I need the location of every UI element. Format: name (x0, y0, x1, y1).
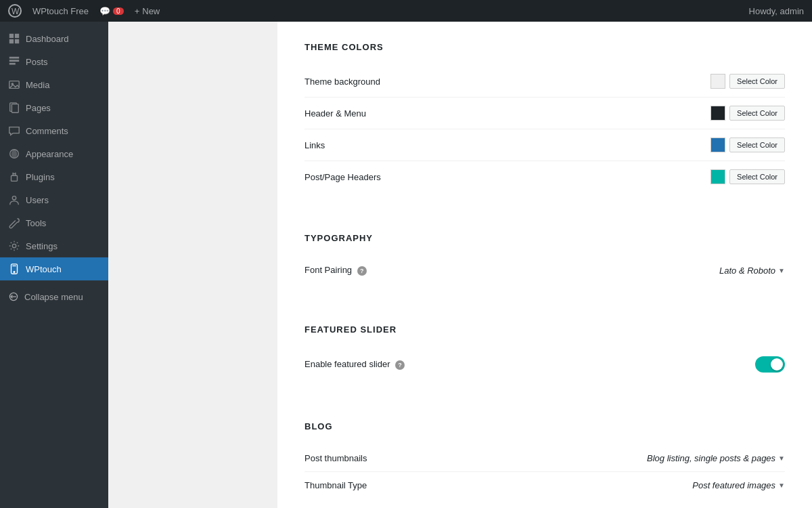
sidebar-item-comments-label: Comments (26, 126, 68, 136)
enable-slider-label: Enable featured slider ? (304, 359, 405, 370)
posts-icon (8, 56, 20, 68)
collapse-menu-label: Collapse menu (24, 292, 83, 302)
sidebar-item-plugins-label: Plugins (26, 172, 55, 182)
font-pairing-dropdown-icon: ▼ (778, 267, 785, 274)
font-pairing-control[interactable]: Lato & Roboto ▼ (719, 266, 785, 276)
sidebar-item-wptouch-label: WPtouch (26, 264, 62, 274)
thumbnail-type-label: Thumbnail Type (304, 480, 367, 490)
featured-slider-section: FEATURED SLIDER Enable featured slider ? (304, 324, 785, 394)
typography-section: TYPOGRAPHY Font Pairing ? Lato & Roboto … (304, 233, 785, 297)
theme-bg-label: Theme background (304, 77, 380, 87)
featured-slider-title: FEATURED SLIDER (304, 324, 785, 335)
sidebar-item-appearance[interactable]: Appearance (0, 142, 108, 165)
theme-bg-select-btn[interactable]: Select Color (729, 74, 785, 89)
post-thumbnails-value: Blog listing, single posts & pages (647, 453, 775, 463)
post-headers-swatch (710, 169, 725, 184)
svg-rect-5 (15, 39, 19, 43)
sidebar-item-tools[interactable]: Tools (0, 211, 108, 234)
thumbnail-type-value: Post featured images (692, 480, 775, 490)
thumbnail-type-control[interactable]: Post featured images ▼ (692, 480, 785, 490)
sidebar-item-dashboard-label: Dashboard (26, 34, 69, 44)
post-headers-control: Select Color (710, 169, 785, 184)
post-headers-row: Post/Page Headers Select Color (304, 161, 785, 192)
svg-rect-3 (15, 34, 19, 38)
tools-icon (8, 217, 20, 229)
wp-logo-icon: W (8, 4, 22, 18)
theme-colors-section: THEME COLORS Theme background Select Col… (304, 42, 785, 206)
svg-rect-12 (12, 104, 18, 113)
svg-rect-7 (9, 60, 19, 62)
collapse-menu[interactable]: Collapse menu (0, 286, 108, 308)
header-menu-control: Select Color (710, 106, 785, 121)
sidebar-item-plugins[interactable]: Plugins (0, 165, 108, 188)
sidebar-item-pages-label: Pages (26, 103, 51, 113)
theme-bg-row: Theme background Select Color (304, 66, 785, 98)
sidebar-item-comments[interactable]: Comments (0, 119, 108, 142)
svg-rect-4 (9, 39, 14, 43)
plugins-icon (8, 171, 20, 183)
enable-slider-row: Enable featured slider ? (304, 348, 785, 381)
sidebar-item-media-label: Media (26, 80, 49, 90)
comment-count: 0 (113, 7, 124, 15)
svg-point-18 (12, 244, 16, 247)
media-icon (8, 79, 20, 91)
font-pairing-label: Font Pairing ? (304, 265, 367, 276)
sidebar-item-posts-label: Posts (26, 57, 48, 67)
sidebar-item-users[interactable]: Users (0, 188, 108, 211)
svg-rect-6 (9, 57, 19, 59)
theme-colors-title: THEME COLORS (304, 42, 785, 52)
svg-point-17 (12, 196, 16, 200)
sidebar-item-appearance-label: Appearance (26, 149, 73, 159)
thumbnail-type-dropdown-icon: ▼ (778, 482, 785, 489)
sidebar-item-tools-label: Tools (26, 218, 46, 228)
font-pairing-value: Lato & Roboto (719, 266, 775, 276)
sidebar-item-dashboard[interactable]: Dashboard (0, 27, 108, 50)
typography-title: TYPOGRAPHY (304, 233, 785, 243)
font-pairing-help-icon[interactable]: ? (357, 266, 367, 276)
links-select-btn[interactable]: Select Color (729, 137, 785, 152)
post-headers-label: Post/Page Headers (304, 172, 381, 182)
users-icon (8, 194, 20, 206)
admin-bar: W WPtouch Free 💬 0 + New Howdy, admin (0, 0, 812, 22)
comments-icon (8, 125, 20, 137)
adminbar-new[interactable]: + New (135, 6, 160, 16)
font-pairing-row: Font Pairing ? Lato & Roboto ▼ (304, 257, 785, 284)
adminbar-comments[interactable]: 💬 0 (99, 6, 124, 16)
settings-panel: THEME COLORS Theme background Select Col… (277, 22, 812, 508)
wptouch-icon (8, 263, 20, 275)
svg-rect-8 (9, 63, 16, 65)
blog-title: BLOG (304, 421, 785, 431)
post-thumbnails-control[interactable]: Blog listing, single posts & pages ▼ (647, 453, 785, 463)
post-thumbnails-label: Post thumbnails (304, 453, 367, 463)
blog-section: BLOG Post thumbnails Blog listing, singl… (304, 421, 785, 508)
adminbar-site-name[interactable]: WPtouch Free (32, 6, 89, 16)
sidebar-item-wptouch[interactable]: WPtouch (0, 257, 108, 280)
sidebar-item-posts[interactable]: Posts (0, 50, 108, 73)
header-menu-label: Header & Menu (304, 108, 366, 119)
header-menu-swatch (710, 106, 725, 121)
post-thumbnails-row: Post thumbnails Blog listing, single pos… (304, 445, 785, 472)
sidebar-item-pages[interactable]: Pages (0, 96, 108, 119)
links-control: Select Color (710, 137, 785, 152)
svg-point-20 (14, 272, 15, 273)
header-menu-select-btn[interactable]: Select Color (729, 106, 785, 121)
sidebar-item-settings[interactable]: Settings (0, 234, 108, 257)
enable-slider-help-icon[interactable]: ? (395, 360, 405, 370)
header-menu-row: Header & Menu Select Color (304, 98, 785, 129)
post-thumbnails-dropdown-icon: ▼ (778, 454, 785, 462)
svg-rect-2 (9, 34, 14, 38)
appearance-icon (8, 148, 20, 160)
sidebar-item-media[interactable]: Media (0, 73, 108, 96)
left-panel (108, 22, 277, 508)
pages-icon (8, 102, 20, 114)
collapse-icon (8, 291, 19, 302)
sidebar-item-users-label: Users (26, 195, 49, 205)
thumbnail-type-row: Thumbnail Type Post featured images ▼ (304, 472, 785, 499)
enable-slider-toggle[interactable] (755, 356, 785, 373)
theme-bg-control: Select Color (710, 74, 785, 89)
links-label: Links (304, 140, 325, 150)
dashboard-icon (8, 33, 20, 45)
theme-bg-swatch (710, 74, 725, 89)
sidebar: Dashboard Posts Media Pages (0, 22, 108, 508)
post-headers-select-btn[interactable]: Select Color (729, 169, 785, 184)
